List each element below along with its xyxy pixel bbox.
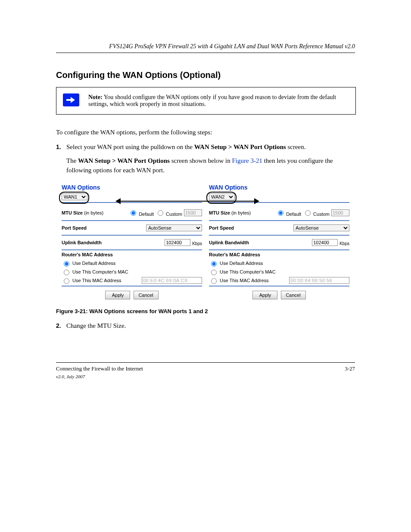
intro-text: To configure the WAN options, perform th… (56, 128, 355, 137)
wan2-cancel-button[interactable]: Cancel (281, 291, 306, 299)
step1-prefix: Select your WAN port using the pulldown … (66, 143, 194, 150)
wan2-title: WAN Options (209, 184, 349, 191)
wan2-select[interactable]: WAN2 (209, 193, 235, 200)
step2-text: Change the MTU Size. (66, 322, 126, 330)
step1-suffix: screen. (286, 143, 306, 150)
wan1-cancel-button[interactable]: Cancel (134, 291, 159, 299)
wan1-mac-default-radio[interactable]: Use Default Address (62, 260, 115, 267)
wan-options-panel-1: WAN Options WAN1 MTU Size (in bytes) Def… (58, 181, 206, 303)
wan2-port-select[interactable]: AutoSense (293, 224, 349, 231)
wan2-mtu-input[interactable] (331, 209, 349, 216)
step-number-1: 1. (56, 143, 66, 150)
wan2-mtu-custom-radio[interactable]: Custom (303, 209, 330, 217)
wan1-select[interactable]: WAN1 (62, 193, 87, 200)
page-footer: Connecting the Firewall to the Internet … (56, 362, 355, 379)
step1-strong: WAN Setup > WAN Port Options (194, 143, 286, 150)
connector-arrow-icon (121, 201, 254, 202)
wan2-mac-input[interactable] (289, 277, 349, 284)
note-label: Note: (88, 94, 103, 100)
step-number-2: 2. (56, 322, 66, 329)
kbps-unit: Kbps (339, 241, 349, 246)
footer-section: Connecting the Firewall to the Internet (56, 365, 143, 372)
wan2-port-label: Port Speed (209, 225, 234, 230)
wan1-title: WAN Options (62, 184, 202, 191)
note-box: Note: You should configure the WAN optio… (56, 87, 356, 115)
page-header: FVS124G ProSafe VPN Firewall 25 with 4 G… (56, 43, 355, 53)
figure-caption: Figure 3-21: WAN Options screens for WAN… (56, 308, 355, 314)
section-title: Configuring the WAN Options (Optional) (56, 70, 355, 80)
figure-ref-link[interactable]: Figure 3-21 (232, 157, 262, 164)
wan2-mtu-default-radio[interactable]: Default (276, 209, 301, 217)
kbps-unit: Kbps (192, 241, 202, 246)
wan1-mac-comp-radio[interactable]: Use This Computer's MAC (62, 268, 128, 275)
wan1-mtu-label: MTU Size (in bytes) (62, 210, 103, 215)
divider (209, 202, 349, 203)
wan1-port-label: Port Speed (62, 225, 87, 230)
wan2-apply-button[interactable]: Apply (252, 291, 277, 299)
wan2-mac-this-radio[interactable]: Use This MAC Address (209, 277, 269, 284)
wan1-mac-input[interactable] (142, 277, 202, 284)
wan2-mtu-label: MTU Size (in bytes) (209, 210, 251, 215)
footer-page-number: 3-27 (345, 365, 355, 379)
wan2-mac-default-radio[interactable]: Use Default Address (209, 260, 263, 267)
wan2-mac-comp-radio[interactable]: Use This Computer's MAC (209, 268, 276, 275)
arrow-right-icon (63, 93, 79, 106)
wan1-mac-header: Router's MAC Address (62, 252, 202, 257)
wan2-uplink-input[interactable] (312, 239, 338, 246)
wan1-uplink-label: Uplink Bandwidth (62, 240, 102, 245)
wan1-uplink-input[interactable] (165, 239, 190, 246)
wan1-apply-button[interactable]: Apply (105, 291, 130, 299)
wan1-mtu-input[interactable] (184, 209, 202, 216)
divider (62, 202, 202, 203)
wan2-uplink-label: Uplink Bandwidth (209, 240, 249, 245)
wan1-mtu-custom-radio[interactable]: Custom (156, 209, 182, 217)
wan-options-panel-2: WAN Options WAN2 MTU Size (in bytes) Def… (206, 181, 353, 303)
wan1-mtu-default-radio[interactable]: Default (128, 209, 154, 217)
wan1-mac-this-radio[interactable]: Use This MAC Address (62, 277, 121, 284)
wan1-port-select[interactable]: AutoSense (146, 224, 202, 231)
footer-version: v2.0, July 2007 (56, 374, 143, 379)
panel-lead: The (66, 157, 78, 164)
panel-strong: WAN Setup > WAN Port Options (78, 157, 170, 164)
wan2-mac-header: Router's MAC Address (209, 252, 349, 257)
panel-tail1: screen shown below in (170, 157, 232, 164)
note-text: You should configure the WAN options onl… (88, 94, 336, 107)
